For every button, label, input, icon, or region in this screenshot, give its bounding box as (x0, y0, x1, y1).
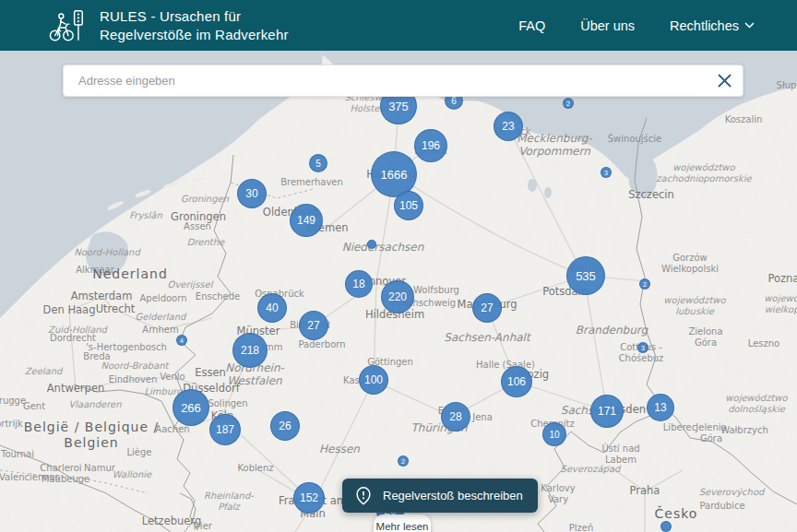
search-clear-button[interactable] (706, 65, 743, 96)
cluster-marker[interactable]: 171 (590, 395, 624, 428)
cluster-marker[interactable]: 3 (601, 167, 612, 178)
report-violation-button[interactable]: Regelverstoß beschreiben (342, 479, 538, 513)
app-title: RULES - Ursachen für Regelverstöße im Ra… (100, 7, 289, 43)
cluster-marker[interactable]: 13 (647, 394, 674, 421)
cluster-marker[interactable]: 2 (639, 278, 650, 290)
cluster-marker[interactable]: 10 (542, 422, 566, 446)
close-icon (717, 73, 732, 89)
mehr-lesen-popup[interactable]: Mehr lesen (374, 514, 431, 532)
chevron-down-icon (744, 22, 755, 29)
cluster-marker[interactable]: 30 (237, 179, 267, 208)
report-violation-label: Regelverstoß beschreiben (383, 489, 523, 502)
cluster-marker[interactable]: 26 (270, 411, 300, 441)
app-header: RULES - Ursachen für Regelverstöße im Ra… (0, 0, 797, 51)
cluster-marker[interactable]: 5 (309, 154, 327, 172)
main-nav: FAQ Über uns Rechtliches (518, 18, 755, 33)
cluster-marker[interactable]: 28 (441, 402, 470, 432)
cluster-marker[interactable] (367, 240, 376, 249)
cluster-marker[interactable]: 3 (637, 342, 648, 353)
cluster-marker[interactable]: 535 (566, 256, 605, 295)
pin-exclamation-icon (353, 486, 374, 506)
nav-item-ueber-uns[interactable]: Über uns (580, 18, 635, 33)
address-search-input[interactable] (77, 73, 706, 89)
cluster-marker[interactable]: 27 (472, 293, 502, 323)
cluster-marker[interactable]: 149 (290, 204, 323, 237)
cluster-marker[interactable]: 40 (257, 293, 287, 323)
cluster-marker[interactable]: 27 (299, 311, 328, 340)
cluster-marker[interactable]: 23 (494, 112, 523, 141)
nav-item-rechtliches[interactable]: Rechtliches (670, 18, 755, 33)
cluster-marker[interactable]: 100 (359, 365, 388, 395)
mehr-lesen-label: Mehr lesen (376, 521, 429, 532)
cluster-marker[interactable]: 152 (293, 482, 325, 514)
nav-item-faq[interactable]: FAQ (518, 18, 545, 33)
cyclist-traffic-light-logo-icon (48, 7, 87, 44)
cluster-marker[interactable]: 196 (414, 129, 447, 162)
cluster-marker[interactable]: 2 (398, 455, 409, 467)
cluster-marker[interactable]: 218 (232, 333, 268, 368)
cluster-marker[interactable]: 2 (563, 98, 574, 109)
cluster-marker[interactable]: 105 (394, 191, 423, 220)
cluster-marker[interactable]: 187 (209, 414, 241, 445)
cluster-marker[interactable]: 18 (345, 270, 373, 298)
cluster-marker[interactable]: 266 (172, 389, 209, 426)
address-search-bar (63, 65, 743, 97)
cluster-marker[interactable] (660, 521, 672, 532)
cluster-marker[interactable]: 106 (501, 366, 532, 397)
cluster-marker[interactable]: 4 (176, 335, 187, 346)
cluster-marker[interactable]: 220 (381, 280, 414, 313)
